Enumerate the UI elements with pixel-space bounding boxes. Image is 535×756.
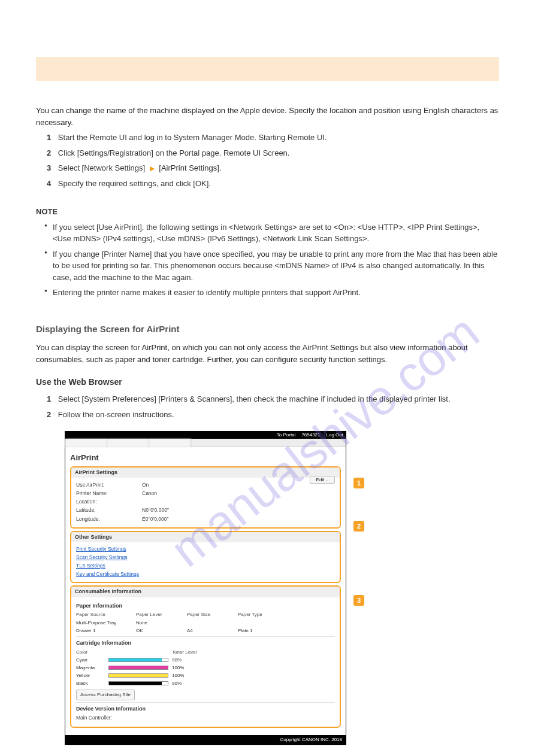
table-row: Drawer 1 OK A4 Plain 1 — [76, 627, 335, 634]
callout-2: 2 — [353, 521, 364, 532]
portal-link[interactable]: To Portal — [277, 432, 296, 439]
intro-text: You can change the name of the machine d… — [36, 105, 499, 128]
note-item: If you change [Printer Name] that you ha… — [44, 248, 499, 284]
col-header: Paper Source — [76, 611, 136, 618]
section-text: You can display the screen for AirPrint,… — [36, 342, 499, 365]
footer-copyright: Copyright CANON INC. 2018 — [65, 735, 346, 745]
note-heading: NOTE — [36, 206, 499, 218]
field-value: Canon — [142, 490, 157, 497]
step-num: 1 — [47, 133, 51, 142]
field-label: Location: — [76, 498, 142, 506]
field-label: Printer Name: — [76, 490, 142, 497]
field-label: Longitude: — [76, 515, 142, 523]
step-text: Follow the on-screen instructions. — [58, 410, 174, 419]
step-3: 3 Select [Network Settings] ▶ [AirPrint … — [47, 162, 499, 174]
col-header: Paper Size — [187, 611, 238, 618]
tls-settings-link[interactable]: TLS Settings — [76, 562, 335, 570]
airprint-settings-panel: AirPrint Settings Edit... Use AirPrint:O… — [70, 466, 341, 529]
toner-level: 90% — [172, 680, 182, 687]
print-security-link[interactable]: Print Security Settings — [76, 545, 335, 553]
step-text-b: [AirPrint Settings]. — [159, 163, 221, 172]
section-heading: Displaying the Screen for AirPrint — [36, 323, 499, 336]
toner-row: Yellow100% — [76, 672, 335, 679]
method-step-2: 2 Follow the on-screen instructions. — [47, 409, 499, 421]
purchase-button[interactable]: Access Purchasing Site — [76, 690, 135, 700]
toner-level: 100% — [172, 672, 184, 679]
col-header: Toner Level — [172, 649, 197, 656]
method-step-1: 1 Select [System Preferences] [Printers … — [47, 393, 499, 405]
field-label: Main Controller: — [76, 714, 142, 722]
step-text: Start the Remote UI and log in to System… — [58, 133, 327, 142]
step-text: Select [System Preferences] [Printers & … — [58, 394, 451, 403]
toner-level: 100% — [172, 664, 184, 672]
toner-level: 90% — [172, 657, 182, 664]
col-header: Paper Type — [238, 611, 335, 618]
field-value: E0°0'0.000" — [142, 515, 168, 523]
toner-bar — [108, 658, 168, 662]
consumables-panel: Consumables Information Paper Informatio… — [70, 585, 341, 727]
paper-info-heading: Paper Information — [76, 602, 335, 611]
step-num: 1 — [47, 394, 51, 403]
section-banner — [36, 57, 499, 81]
cartridge-info-heading: Cartridge Information — [76, 639, 335, 648]
field-value: On — [142, 481, 149, 489]
page-title: AirPrint — [70, 452, 341, 464]
step-text-b: Remote UI Screen. — [223, 148, 290, 157]
step-4: 4 Specify the required settings, and cli… — [47, 178, 499, 190]
toner-row: Magenta100% — [76, 664, 335, 672]
toner-bar — [108, 681, 168, 685]
callout-1: 1 — [353, 478, 364, 488]
step-1: 1 Start the Remote UI and log in to Syst… — [47, 132, 499, 144]
step-num: 2 — [47, 148, 51, 157]
step-num: 2 — [47, 410, 51, 419]
step-num: 4 — [47, 179, 51, 188]
field-label: Latitude: — [76, 506, 142, 514]
other-settings-panel: Other Settings Print Security Settings S… — [70, 531, 341, 584]
toner-bar — [108, 666, 168, 670]
toner-name: Black — [76, 680, 105, 687]
step-num: 3 — [47, 163, 51, 172]
toner-name: Cyan — [76, 657, 105, 664]
logout-link[interactable]: Log Out — [327, 432, 343, 439]
airprint-screenshot: To Portal 7654321 Log Out AirPrint AirPr… — [65, 431, 346, 745]
col-header: Paper Level — [136, 611, 187, 618]
step-text-a: Select [Network Settings] — [58, 163, 147, 172]
panel-heading: Other Settings — [71, 532, 340, 543]
table-row: Multi-Purpose Tray None — [76, 620, 335, 627]
tab-bar — [65, 439, 346, 447]
toner-row: Black90% — [76, 680, 335, 687]
step-text-a: Click [Settings/Registration] on the Por… — [58, 148, 223, 157]
field-label: Use AirPrint: — [76, 481, 142, 489]
user-id: 7654321 — [301, 432, 320, 439]
field-value: N0°0'0.000" — [142, 506, 169, 514]
step-2: 2 Click [Settings/Registration] on the P… — [47, 147, 499, 159]
toner-row: Cyan90% — [76, 657, 335, 664]
toner-name: Yellow — [76, 672, 105, 679]
key-cert-link[interactable]: Key and Certificate Settings — [76, 570, 335, 578]
edit-button[interactable]: Edit... — [310, 476, 335, 484]
note-item: Entering the printer name makes it easie… — [44, 287, 499, 299]
toner-bar — [108, 673, 168, 678]
device-version-heading: Device Version Information — [76, 705, 335, 714]
panel-heading: AirPrint Settings — [71, 467, 340, 478]
callout-3: 3 — [353, 595, 364, 606]
scan-security-link[interactable]: Scan Security Settings — [76, 554, 335, 561]
note-item: If you select [Use AirPrint], the follow… — [44, 221, 499, 245]
panel-heading: Consumables Information — [71, 587, 340, 597]
toner-name: Magenta — [76, 664, 105, 672]
step-text: Specify the required settings, and click… — [58, 179, 211, 188]
arrow-icon: ▶ — [150, 165, 155, 172]
method-heading: Use the Web Browser — [36, 376, 499, 388]
col-header: Color — [76, 649, 105, 656]
